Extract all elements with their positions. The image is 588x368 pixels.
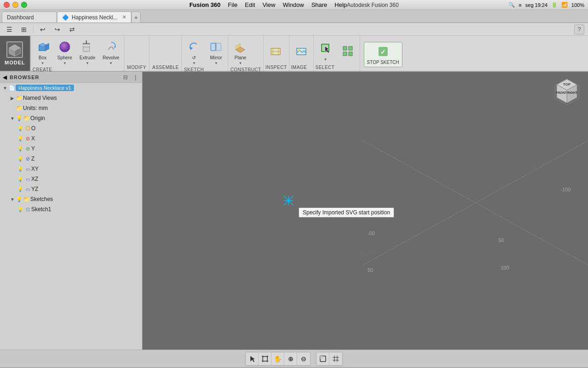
tree-item-origin-xz[interactable]: 💡 ▭ XZ — [0, 174, 142, 184]
tree-item-origin-yz[interactable]: 💡 ▭ YZ — [0, 184, 142, 194]
menu-help[interactable]: Help — [334, 1, 347, 8]
svg-rect-17 — [211, 43, 215, 51]
tab-dashboard[interactable]: Dashboard — [2, 12, 57, 23]
save-button[interactable]: ⊞ — [18, 24, 29, 34]
tool-stop-sketch[interactable]: ✓ STOP SKETCH — [364, 42, 402, 67]
light-bulb-o[interactable]: 💡 — [17, 125, 24, 132]
tree-label-named-views: Named Views — [23, 95, 140, 101]
assemble-label: ASSEMBLE — [152, 65, 179, 71]
menu-window[interactable]: Window — [283, 1, 304, 8]
tree-item-origin-o[interactable]: 💡 ⬡ O — [0, 123, 142, 133]
tree-toggle-root[interactable]: ▼ — [2, 85, 8, 91]
axis-y-icon: ⊘ — [24, 145, 31, 152]
grid-display-button[interactable] — [329, 352, 342, 365]
nav-zoom-in-button[interactable]: ⊕ — [284, 352, 297, 365]
tool-revolve[interactable]: Revolve ▼ — [100, 38, 122, 67]
light-bulb-sketches[interactable]: 💡 — [16, 196, 23, 203]
tool-sphere[interactable]: Sphere ▼ — [55, 38, 75, 67]
display-mode-button[interactable] — [317, 352, 329, 365]
revolve-label: Revolve — [102, 55, 119, 60]
tool-box[interactable]: Box ▼ — [33, 38, 53, 67]
light-bulb-x[interactable]: 💡 — [17, 135, 24, 142]
tree-item-origin-y[interactable]: 💡 ⊘ Y — [0, 144, 142, 154]
construct-plane-icon — [233, 40, 248, 54]
svg-text:FRONT: FRONT — [556, 91, 567, 94]
tab-close-button[interactable]: ✕ — [122, 14, 126, 20]
canvas-area[interactable]: -200 -150 -100 -50 50 50 100 Specify Imp… — [142, 72, 588, 350]
image-ribbon-label: IMAGE — [291, 65, 311, 71]
light-bulb-sketch1[interactable]: 💡 — [17, 206, 24, 213]
close-button[interactable] — [4, 2, 10, 8]
time-display: seg 19:24 — [526, 2, 548, 8]
svg-rect-33 — [343, 52, 347, 56]
spotlight-icon[interactable]: 🔍 — [509, 2, 515, 8]
select-ribbon-label: SELECT — [316, 65, 358, 71]
nav-zoom-out-button[interactable]: ⊖ — [297, 352, 310, 365]
main-area: ◀ BROWSER ⊟ | ▼ 📄 Happiness Necklace v1 … — [0, 72, 588, 350]
maximize-button[interactable] — [21, 2, 27, 8]
nav-pan-button[interactable]: ✋ — [271, 352, 284, 365]
menu-toggle-button[interactable]: ☰ — [4, 24, 15, 34]
tab-necklace[interactable]: 🔷 Happiness Neckl... ✕ — [57, 12, 131, 23]
window-controls — [4, 2, 27, 8]
tree-toggle-sketches[interactable]: ▼ — [9, 196, 16, 202]
view-cube[interactable]: TOP RIGHT FRONT — [551, 77, 582, 109]
tree-item-sketches[interactable]: ▼ 💡 📁 Sketches — [0, 194, 142, 204]
tab-necklace-label: Happiness Neckl... — [72, 14, 118, 21]
light-bulb-xy[interactable]: 💡 — [17, 165, 24, 172]
tool-inspect[interactable] — [266, 42, 286, 61]
tree-item-origin-z[interactable]: 💡 ⊘ Z — [0, 154, 142, 164]
sketch1-icon: ⊡ — [24, 206, 31, 213]
battery-icon: 🔋 — [551, 2, 558, 8]
tool-extrude[interactable]: Extrude ▼ — [77, 38, 98, 67]
menu-edit[interactable]: Edit — [245, 1, 255, 8]
menu-view[interactable]: View — [262, 1, 275, 8]
browser-collapse-button[interactable]: ◀ — [3, 74, 7, 80]
tool-construct-plane[interactable]: Plane ▼ — [230, 38, 250, 67]
redo-button[interactable]: ↪ — [52, 24, 63, 34]
light-bulb-yz[interactable]: 💡 — [17, 185, 24, 193]
tool-image[interactable] — [291, 42, 311, 61]
tree-item-units[interactable]: ▶ 📁 Units: mm — [0, 103, 142, 113]
share-button[interactable]: ⇄ — [67, 24, 78, 34]
tree-toggle-named-views[interactable]: ▶ — [9, 95, 16, 101]
image-icon — [294, 44, 309, 58]
svg-rect-34 — [349, 52, 352, 56]
browser-header: ◀ BROWSER ⊟ | — [0, 72, 142, 83]
svg-rect-13 — [83, 43, 90, 44]
tree-item-named-views[interactable]: ▶ 📁 Named Views — [0, 93, 142, 103]
stop-sketch-icon: ✓ — [376, 44, 390, 59]
light-bulb-xz[interactable]: 💡 — [17, 175, 24, 183]
tree-item-origin[interactable]: ▼ 💡 📁 Origin — [0, 113, 142, 123]
plane-xy-icon: ▭ — [24, 165, 31, 172]
tool-mirror[interactable]: Mirror ▼ — [206, 38, 226, 67]
menu-file[interactable]: File — [228, 1, 237, 8]
box-icon — [35, 40, 50, 54]
light-bulb-origin[interactable]: 💡 — [16, 115, 23, 122]
nav-fit-button[interactable] — [259, 352, 271, 365]
tree-toggle-origin[interactable]: ▼ — [9, 115, 16, 121]
folder-units-icon: 📁 — [16, 104, 23, 112]
browser-menu-button[interactable]: ⊟ — [122, 74, 129, 81]
tree-item-origin-x[interactable]: 💡 ⊘ X — [0, 133, 142, 144]
tree-label-xy: XY — [31, 166, 140, 172]
menu-app[interactable]: Fusion 360 — [189, 1, 220, 8]
light-bulb-y[interactable]: 💡 — [17, 145, 24, 152]
tool-grid[interactable] — [338, 42, 358, 61]
sphere-icon — [57, 40, 72, 54]
menu-share[interactable]: Share — [311, 1, 328, 8]
help-button[interactable]: ? — [574, 24, 584, 34]
svg-marker-6 — [45, 43, 49, 51]
model-section[interactable]: MODEL — [0, 36, 31, 71]
undo-button[interactable]: ↩ — [37, 24, 48, 34]
tool-select[interactable]: ▼ — [316, 39, 336, 63]
window-title: Autodesk Fusion 360 — [347, 2, 399, 8]
nav-select-button[interactable] — [246, 352, 259, 365]
tree-item-origin-xy[interactable]: 💡 ▭ XY — [0, 164, 142, 174]
tool-sketch-undo[interactable]: ↺ ▼ — [184, 38, 204, 67]
minimize-button[interactable] — [12, 2, 18, 8]
light-bulb-z[interactable]: 💡 — [17, 155, 24, 162]
tree-item-root[interactable]: ▼ 📄 Happiness Necklace v1 — [0, 83, 142, 93]
tab-more-button[interactable]: + — [131, 12, 141, 23]
tree-item-sketch1[interactable]: 💡 ⊡ Sketch1 — [0, 204, 142, 214]
